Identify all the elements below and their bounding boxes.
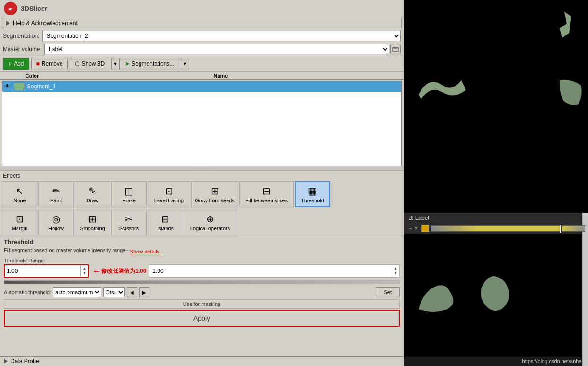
help-bar[interactable]: Help & Acknowledgement	[2, 18, 402, 28]
effect-threshold-label: Threshold	[301, 198, 324, 203]
segmentations-dropdown-arrow[interactable]: ▾	[181, 58, 189, 70]
segments-header: Color Name	[0, 72, 404, 80]
effect-growseeds-label: Grow from seeds	[195, 198, 235, 203]
threshold-high-input[interactable]	[149, 267, 392, 275]
table-row[interactable]: 👁 Segment_1	[2, 81, 401, 92]
prev-btn[interactable]: ◀	[127, 287, 137, 297]
effect-fillbetween-btn[interactable]: ⊟ Fill between slices	[239, 181, 294, 207]
scissors-icon: ✂	[125, 213, 133, 225]
3d-icon: ⬡	[75, 61, 79, 67]
plus-icon: +	[8, 60, 12, 68]
low-spinner[interactable]: ▲ ▼	[80, 265, 88, 277]
high-spinner[interactable]: ▲ ▼	[392, 265, 399, 277]
effect-islands-btn[interactable]: ⊟ Islands	[148, 209, 183, 235]
watermark: https://blog.csdn.net/anhec	[404, 357, 588, 366]
add-button[interactable]: + Add	[3, 58, 29, 70]
annotation-text: 修改低阈值为1.00	[101, 267, 146, 275]
effect-scissors-btn[interactable]: ✂ Scissors	[111, 209, 147, 235]
segment-name: Segment_1	[27, 83, 56, 90]
yellow-indicator	[421, 225, 429, 232]
effect-erase-btn[interactable]: ◫ Erase	[111, 181, 147, 207]
data-probe-bar[interactable]: Data Probe	[0, 356, 404, 366]
effect-fillbetween-label: Fill between slices	[246, 198, 288, 203]
segmentation-select[interactable]: Segmentation_2	[42, 31, 401, 41]
app-logo: 3D	[4, 2, 17, 15]
effect-smoothing-btn[interactable]: ⊞ Smoothing	[75, 209, 110, 235]
effect-growseeds-btn[interactable]: ⊞ Grow from seeds	[191, 181, 238, 207]
threshold-title: Threshold	[4, 238, 400, 245]
threshold-range-label: Threshold Range:	[4, 258, 400, 263]
folder-icon-btn[interactable]	[390, 44, 401, 54]
annotation-arrow-icon: ←	[92, 266, 101, 277]
effect-none-label: None	[13, 198, 26, 203]
right-panel: B: Label → Y https://blog.csdn.net/anhec	[404, 0, 588, 366]
fillbetween-icon: ⊟	[263, 185, 271, 197]
spinner-down-icon[interactable]: ▼	[83, 271, 87, 276]
right-bottom-area	[404, 234, 588, 357]
slider-thumb	[560, 225, 562, 233]
annotation-group: ← 修改低阈值为1.00	[92, 266, 146, 277]
slider-bar: → Y	[404, 223, 588, 234]
effect-paint-label: Paint	[50, 198, 62, 203]
set-button[interactable]: Set	[376, 287, 400, 297]
next-btn[interactable]: ▶	[139, 287, 149, 297]
islands-icon: ⊟	[161, 213, 169, 225]
data-probe-label: Data Probe	[10, 358, 39, 365]
threshold-low-input[interactable]	[5, 267, 80, 275]
effect-hollow-label: Hollow	[48, 226, 64, 231]
auto-algorithm-select[interactable]: Otsu	[103, 287, 125, 297]
segmentation-row: Segmentation: Segmentation_2	[0, 29, 404, 43]
high-spinner-up-icon[interactable]: ▲	[394, 266, 398, 271]
show3d-dropdown-arrow[interactable]: ▾	[111, 58, 120, 70]
y-axis-label: →	[407, 226, 412, 231]
segmentation-label: Segmentation:	[3, 33, 39, 39]
arrow-icon: ➤	[125, 61, 130, 67]
b-label-text: B: Label	[408, 215, 429, 221]
slider-track[interactable]	[431, 225, 585, 232]
effect-threshold-btn[interactable]: ▦ Threshold	[295, 181, 330, 207]
show-details-link[interactable]: Show details.	[130, 249, 161, 254]
resize-handle[interactable]: · · · · ·	[0, 167, 404, 171]
effect-paint-btn[interactable]: ✏ Paint	[38, 181, 74, 207]
eye-icon[interactable]: 👁	[4, 83, 12, 90]
remove-icon: ■	[36, 61, 40, 67]
show3d-button[interactable]: ⬡ Show 3D	[70, 58, 109, 70]
growseeds-icon: ⊞	[211, 185, 219, 197]
effect-islands-label: Islands	[157, 226, 174, 231]
app-header: 3D 3DSlicer	[0, 0, 404, 17]
effect-draw-btn[interactable]: ✎ Draw	[75, 181, 110, 207]
draw-icon: ✎	[88, 185, 97, 197]
threshold-low-input-box: ▲ ▼	[4, 264, 89, 278]
segment-color-swatch	[14, 83, 24, 90]
master-volume-row: Master volume: Label	[0, 43, 404, 56]
erase-icon: ◫	[124, 185, 133, 197]
master-volume-label: Master volume:	[3, 46, 42, 52]
effect-leveltracing-label: Level tracing	[154, 198, 184, 203]
effect-hollow-btn[interactable]: ◎ Hollow	[38, 209, 74, 235]
auto-method-select[interactable]: auto->maximum	[53, 287, 101, 297]
watermark-text: https://blog.csdn.net/anhec	[522, 358, 584, 364]
help-triangle-icon	[6, 21, 10, 26]
effects-row-2: ⊡ Margin ◎ Hollow ⊞ Smoothing ✂ Scissors…	[0, 208, 404, 236]
logicalops-icon: ⊕	[206, 213, 214, 225]
svg-text:3D: 3D	[9, 8, 13, 11]
high-spinner-down-icon[interactable]: ▼	[394, 271, 398, 276]
threshold-slider[interactable]	[4, 280, 400, 284]
effect-none-btn[interactable]: ↖ None	[2, 181, 37, 207]
remove-button[interactable]: ■ Remove	[31, 58, 68, 70]
effect-margin-btn[interactable]: ⊡ Margin	[2, 209, 37, 235]
left-panel: 3D 3DSlicer Help & Acknowledgement Segme…	[0, 0, 404, 366]
segmentations-button[interactable]: ➤ Segmentations...	[120, 58, 179, 70]
auto-threshold-row: Automatic threshold: auto->maximum Otsu …	[4, 287, 400, 297]
effect-leveltracing-btn[interactable]: ⊡ Level tracing	[148, 181, 190, 207]
master-volume-select[interactable]: Label	[44, 44, 389, 54]
name-col-header: Name	[42, 73, 400, 78]
leveltracing-icon: ⊡	[165, 185, 173, 197]
none-icon: ↖	[16, 185, 24, 197]
effect-logicalops-btn[interactable]: ⊕ Logical operators	[184, 209, 236, 235]
apply-button[interactable]: Apply	[4, 310, 400, 327]
spinner-up-icon[interactable]: ▲	[83, 266, 87, 271]
show3d-btn-group: ⬡ Show 3D ▾	[70, 58, 120, 70]
threshold-icon: ▦	[308, 185, 317, 197]
effects-label: Effects	[0, 171, 404, 180]
